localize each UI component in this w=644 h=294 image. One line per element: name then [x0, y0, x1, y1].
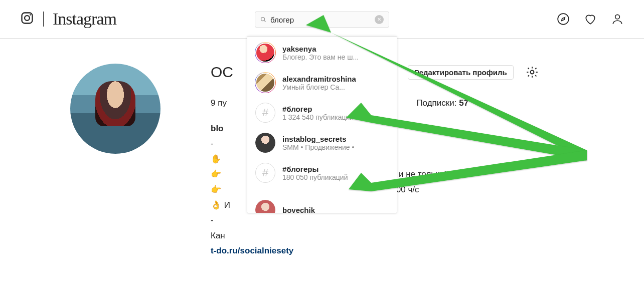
result-title: bovechik [282, 206, 315, 214]
result-subtitle: Умный блогер Са... [282, 83, 356, 91]
svg-line-4 [264, 21, 266, 22]
result-subtitle: Блогер. Это вам не ш... [282, 53, 359, 61]
svg-point-3 [261, 18, 265, 21]
top-header: Instagram [0, 0, 644, 39]
following-count[interactable]: Подписки: 57 [416, 96, 468, 111]
hashtag-icon: # [255, 103, 275, 123]
svg-point-1 [25, 16, 30, 21]
search-container [255, 12, 389, 28]
settings-gear-icon[interactable] [526, 66, 539, 79]
avatar [255, 43, 275, 63]
search-box[interactable] [255, 12, 389, 28]
nav-icons [557, 13, 624, 26]
search-result-user[interactable]: bovechik [247, 188, 397, 213]
avatar [255, 200, 275, 213]
profile-icon[interactable] [611, 13, 624, 26]
posts-count: 9 пу [211, 96, 227, 111]
hashtag-icon: # [255, 163, 275, 183]
result-title: #блогер [282, 105, 354, 113]
search-result-hashtag[interactable]: # #блогеры 180 050 публикаций [247, 158, 397, 188]
search-input[interactable] [270, 16, 375, 24]
edit-profile-button[interactable]: Редактировать профиль [408, 65, 514, 80]
svg-marker-6 [562, 18, 565, 21]
search-result-user[interactable]: alexandramitroshina Умный блогер Са... [247, 68, 397, 98]
search-dropdown: ▾ yaksenya Блогер. Это вам не ш... alexa… [247, 36, 397, 213]
search-result-hashtag[interactable]: # #блогер 1 324 540 публикаций [247, 98, 397, 128]
search-result-user[interactable]: yaksenya Блогер. Это вам не ш... [247, 38, 397, 68]
bio-channel: Кан [211, 228, 609, 244]
explore-icon[interactable] [557, 13, 570, 26]
profile-avatar[interactable] [70, 64, 160, 154]
result-title: alexandramitroshina [282, 75, 356, 83]
avatar [255, 133, 275, 153]
wave-emoji-icon: ✋ [211, 152, 222, 167]
svg-point-5 [558, 14, 569, 25]
clear-search-button[interactable] [375, 15, 384, 24]
logo-divider [43, 12, 44, 27]
result-title: instablog_secrets [282, 135, 354, 143]
result-subtitle: 1 324 540 публикаций [282, 113, 354, 121]
point-emoji-icon: 👉 [211, 167, 222, 182]
logo-block[interactable]: Instagram [20, 10, 116, 29]
svg-point-2 [30, 14, 31, 16]
brand-wordmark: Instagram [53, 10, 116, 29]
result-title: #блогеры [282, 165, 348, 173]
search-result-user[interactable]: instablog_secrets SMM • Продвижение • [247, 128, 397, 158]
activity-heart-icon[interactable] [584, 13, 597, 26]
result-subtitle: 180 050 публикаций [282, 173, 348, 181]
svg-point-7 [615, 15, 620, 19]
point-emoji-icon: 👉 [211, 182, 222, 198]
result-title: yaksenya [282, 45, 359, 53]
bio-link[interactable]: t-do.ru/socialniesety [211, 243, 609, 259]
ok-emoji-icon: 👌 [211, 198, 222, 213]
profile-username: OC [211, 59, 233, 86]
result-subtitle: SMM • Продвижение • [282, 143, 354, 151]
camera-icon [20, 11, 34, 27]
svg-point-8 [530, 71, 534, 74]
avatar [255, 73, 275, 93]
search-icon [260, 17, 266, 23]
